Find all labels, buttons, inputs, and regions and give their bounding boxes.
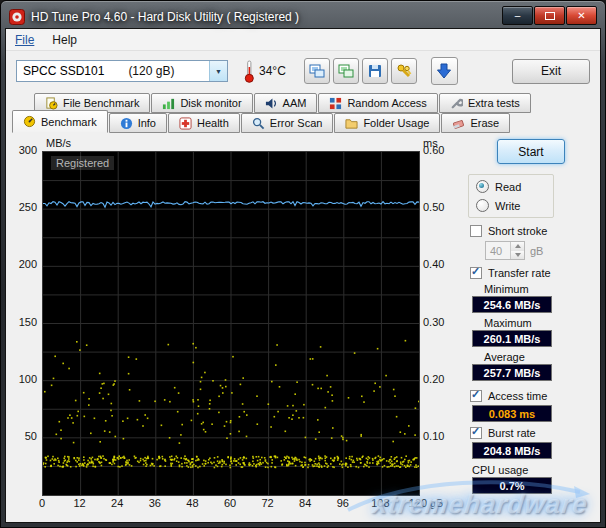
transfer-rate-label: Transfer rate (488, 267, 551, 279)
cpu-usage-value: 0.7% (472, 477, 552, 494)
minimum-label: Minimum (484, 283, 594, 295)
tab-extra-tests[interactable]: Extra tests (439, 93, 531, 113)
toolbar: SPCC SSD101 (120 gB) ▼ 34°C (6, 51, 600, 91)
transfer-rate-checkbox[interactable] (470, 267, 482, 279)
tab-erase[interactable]: Erase (441, 113, 510, 133)
benchmark-gauge-icon (23, 115, 36, 128)
tab-error-scan[interactable]: Error Scan (241, 113, 334, 133)
short-stroke-size-value: 40 (486, 245, 510, 257)
maximum-label: Maximum (484, 317, 594, 329)
y-left-tick: 200 (12, 258, 37, 270)
spinner-up-button[interactable] (511, 242, 524, 251)
tab-label: Random Access (347, 97, 426, 109)
y-right-tick: 0.50 (423, 201, 455, 213)
options-button[interactable] (391, 58, 417, 84)
burst-rate-row[interactable]: Burst rate (468, 427, 594, 439)
tab-random-access[interactable]: Random Access (318, 93, 437, 113)
client-area: File Help SPCC SSD101 (120 gB) ▼ 34°C (5, 28, 601, 523)
tab-label: Folder Usage (363, 117, 429, 129)
file-benchmark-icon (45, 97, 58, 110)
thermometer-icon (244, 60, 255, 83)
y-right-tick: 0.40 (423, 258, 455, 270)
x-tick: 12 (68, 497, 92, 509)
read-write-group: Read Write (468, 174, 554, 218)
screenshot-icon (309, 63, 325, 79)
exit-label: Exit (541, 64, 561, 78)
x-tick: 108 (368, 497, 392, 509)
access-time-value: 0.083 ms (472, 405, 552, 422)
short-stroke-size-row: 40 gB (485, 241, 594, 260)
save-button[interactable] (362, 58, 388, 84)
folder-icon (345, 117, 358, 130)
temperature-indicator: 34°C (244, 60, 286, 83)
x-unit-label: gB (430, 497, 452, 509)
access-time-label: Access time (488, 390, 547, 402)
cpu-usage-label: CPU usage (472, 464, 594, 476)
tab-health[interactable]: Health (168, 113, 240, 133)
y-right-tick: 0.10 (423, 430, 455, 442)
drive-name: SPCC SSD101 (23, 64, 104, 78)
y-right-unit-label: ms (423, 137, 453, 149)
start-button[interactable]: Start (497, 139, 565, 164)
app-icon (9, 9, 25, 25)
health-cross-icon (179, 117, 192, 130)
y-left-tick: 250 (12, 201, 37, 213)
y-right-tick: 0.60 (423, 144, 455, 156)
tab-aam[interactable]: AAM (254, 93, 318, 113)
tab-label: AAM (283, 97, 307, 109)
x-tick: 120 (406, 497, 430, 509)
short-stroke-row[interactable]: Short stroke (468, 225, 594, 237)
update-button[interactable] (431, 57, 458, 85)
tab-benchmark[interactable]: Benchmark (12, 110, 108, 133)
copy-to-clipboard-button[interactable] (333, 58, 359, 84)
x-tick: 24 (105, 497, 129, 509)
tab-label: Benchmark (41, 116, 97, 128)
tab-label: Disk monitor (180, 97, 241, 109)
screenshot-button[interactable] (304, 58, 330, 84)
eraser-icon (452, 117, 465, 130)
control-panel: Start Read Write Short stroke (466, 137, 594, 516)
read-radio-row[interactable]: Read (476, 180, 546, 193)
tab-folder-usage[interactable]: Folder Usage (334, 113, 440, 133)
minimum-value: 254.6 MB/s (472, 296, 552, 313)
access-time-row[interactable]: Access time (468, 390, 594, 402)
burst-rate-label: Burst rate (488, 427, 536, 439)
access-time-checkbox[interactable] (470, 390, 482, 402)
tab-strip: File Benchmark Disk monitor AAM Random A… (6, 91, 600, 133)
chevron-down-icon[interactable]: ▼ (209, 61, 227, 81)
y-left-tick: 300 (12, 144, 37, 156)
save-icon (367, 63, 383, 79)
transfer-rate-row[interactable]: Transfer rate (468, 267, 594, 279)
minimize-button[interactable]: – (502, 6, 533, 25)
title-bar[interactable]: HD Tune Pro 4.60 - Hard Disk Utility ( R… (5, 5, 601, 28)
write-radio-row[interactable]: Write (476, 199, 546, 212)
x-tick: 0 (30, 497, 54, 509)
random-access-icon (329, 97, 342, 110)
tab-label: Health (197, 117, 229, 129)
temperature-value: 34°C (259, 64, 286, 78)
drive-select[interactable]: SPCC SSD101 (120 gB) ▼ (16, 60, 228, 82)
menu-bar: File Help (6, 29, 600, 51)
close-button[interactable]: ✕ (566, 6, 597, 25)
x-tick: 72 (256, 497, 280, 509)
menu-help[interactable]: Help (43, 31, 86, 49)
spinner-buttons[interactable] (510, 242, 524, 259)
read-radio[interactable] (476, 180, 489, 193)
disk-monitor-icon (162, 97, 175, 110)
y-left-tick: 100 (12, 373, 37, 385)
burst-rate-checkbox[interactable] (470, 427, 482, 439)
write-radio[interactable] (476, 199, 489, 212)
exit-button[interactable]: Exit (512, 59, 590, 84)
tab-disk-monitor[interactable]: Disk monitor (151, 93, 252, 113)
y-right-tick: 0.30 (423, 316, 455, 328)
burst-rate-value: 204.8 MB/s (472, 442, 552, 459)
tab-info[interactable]: Info (109, 113, 167, 133)
speaker-icon (265, 97, 278, 110)
spinner-down-button[interactable] (511, 251, 524, 260)
write-label: Write (495, 200, 520, 212)
benchmark-page: Registered MB/sms300250200150100500.600.… (6, 133, 600, 522)
menu-file[interactable]: File (6, 31, 43, 49)
short-stroke-size-input[interactable]: 40 (485, 241, 525, 260)
short-stroke-checkbox[interactable] (470, 225, 482, 237)
maximize-button[interactable] (534, 6, 565, 25)
